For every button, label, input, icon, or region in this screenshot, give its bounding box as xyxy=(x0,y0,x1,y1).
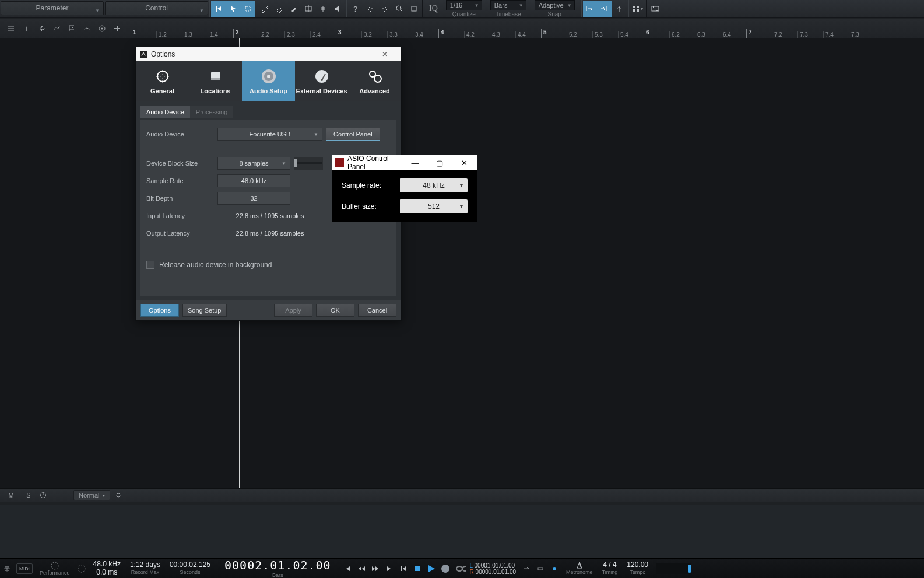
transport-spacer xyxy=(0,505,924,558)
mute-all-button[interactable]: M xyxy=(5,492,17,499)
song-setup-button[interactable]: Song Setup xyxy=(182,304,227,317)
options-tab-external-devices[interactable]: External Devices xyxy=(295,61,348,101)
paint-tool[interactable] xyxy=(286,1,301,17)
control-panel-button[interactable]: Control Panel xyxy=(326,128,380,141)
seconds-readout[interactable]: 00:00:02.125 Seconds xyxy=(165,561,215,575)
automation-parameter-dropdown[interactable]: Parameter ▼ xyxy=(1,1,104,15)
sample-rate-label: Sample Rate xyxy=(146,177,217,184)
solo-all-button[interactable]: S xyxy=(22,492,35,499)
svg-rect-12 xyxy=(637,9,639,12)
ok-button[interactable]: OK xyxy=(316,304,354,317)
asio-body: Sample rate: 48 kHz ▼ Buffer size: 512 ▼ xyxy=(332,170,477,222)
sample-rate-readout: 48.0 kHz 0.0 ms xyxy=(89,561,125,577)
apply-button[interactable]: Apply xyxy=(274,304,312,317)
output-meter[interactable] xyxy=(656,563,691,574)
audio-device-select[interactable]: Focusrite USB ▼ xyxy=(217,128,322,141)
asio-sample-rate-label: Sample rate: xyxy=(342,181,400,190)
asio-title: ASIO Control Panel xyxy=(347,155,401,171)
svg-line-6 xyxy=(400,10,403,12)
performance-meter[interactable]: Performance xyxy=(35,561,75,576)
play-button[interactable] xyxy=(425,562,438,575)
options-footer: Options Song Setup Apply OK Cancel xyxy=(136,300,401,320)
dropdown-label: Parameter xyxy=(36,4,68,12)
automation-mode-select[interactable]: Normal ▾ xyxy=(73,490,110,500)
info-icon[interactable]: i xyxy=(20,22,33,35)
forward-button[interactable] xyxy=(369,562,382,575)
midi-indicator[interactable]: MIDI xyxy=(16,563,33,574)
release-bg-checkbox[interactable] xyxy=(146,261,154,269)
tempo-readout[interactable]: 120.00 Tempo xyxy=(622,561,653,575)
record-button[interactable] xyxy=(439,562,452,575)
expand-transport-icon[interactable] xyxy=(1,562,13,575)
snap-select[interactable]: Adaptive▼ xyxy=(535,0,575,10)
timebase-select[interactable]: Bars▼ xyxy=(490,0,526,10)
range-tool[interactable] xyxy=(240,1,255,17)
eraser-tool[interactable] xyxy=(272,1,286,17)
loop-markers-readout[interactable]: 00001.01.01.00 00001.01.01.00 xyxy=(466,562,520,575)
listen-tool[interactable] xyxy=(330,1,345,17)
bars-readout[interactable]: 00002.01.02.00 Bars xyxy=(215,559,340,578)
release-bg-label: Release audio device in background xyxy=(159,261,272,269)
options-tab-audio-setup[interactable]: Audio Setup xyxy=(242,61,295,101)
target-icon[interactable] xyxy=(96,22,108,35)
options-tab-locations[interactable]: Locations xyxy=(189,61,242,101)
loop-button[interactable] xyxy=(453,562,466,575)
cancel-button[interactable]: Cancel xyxy=(358,304,396,317)
next-marker-button[interactable] xyxy=(383,562,396,575)
power-icon[interactable] xyxy=(40,492,52,499)
snap-on-icon[interactable] xyxy=(583,1,598,17)
autopunch-icon[interactable] xyxy=(534,562,547,575)
return-to-start-button[interactable] xyxy=(397,562,410,575)
snap-end-icon[interactable] xyxy=(598,1,612,17)
arrow-tool[interactable] xyxy=(226,1,240,17)
options-tab-advanced[interactable]: Advanced xyxy=(348,61,401,101)
mute-tool[interactable] xyxy=(315,1,330,17)
close-icon[interactable]: ✕ xyxy=(454,159,475,167)
options-tab-general[interactable]: General xyxy=(136,61,189,101)
subtab-audio-device[interactable]: Audio Device xyxy=(140,106,190,118)
prev-marker-button[interactable] xyxy=(341,562,354,575)
release-bg-row[interactable]: Release audio device in background xyxy=(146,258,391,271)
maximize-icon[interactable]: ▢ xyxy=(429,159,450,167)
asio-buffer-size-select[interactable]: 512 ▼ xyxy=(400,199,468,213)
pencil-tool[interactable] xyxy=(257,1,272,17)
block-size-select[interactable]: 8 samples ▼ xyxy=(217,157,290,170)
flag-icon[interactable] xyxy=(65,22,78,35)
options-button[interactable]: Options xyxy=(140,304,179,317)
envelope-line-icon[interactable] xyxy=(50,22,63,35)
snap-events-icon[interactable] xyxy=(612,1,627,17)
close-icon[interactable]: ✕ xyxy=(372,50,398,58)
skip-fwd-icon[interactable] xyxy=(377,1,392,17)
magnify-icon[interactable] xyxy=(392,1,406,17)
help-cursor-icon[interactable]: ? xyxy=(348,1,363,17)
wrench-icon[interactable] xyxy=(35,22,48,35)
quantize-select[interactable]: 1/16▼ xyxy=(446,0,482,10)
rewind-button[interactable] xyxy=(355,562,368,575)
options-titlebar[interactable]: Options ✕ xyxy=(136,47,401,61)
block-size-slider[interactable] xyxy=(294,157,323,170)
list-icon[interactable] xyxy=(5,22,17,35)
click-dot-icon[interactable] xyxy=(548,562,561,575)
plus-icon[interactable] xyxy=(111,22,124,35)
marker-start-tool[interactable] xyxy=(211,1,226,17)
skip-back-icon[interactable] xyxy=(363,1,377,17)
chevron-down-icon: ▼ xyxy=(95,8,100,13)
preroll-icon[interactable] xyxy=(520,562,533,575)
asio-titlebar[interactable]: ASIO Control Panel — ▢ ✕ xyxy=(332,155,477,170)
macro-icon[interactable] xyxy=(406,1,421,17)
stop-button[interactable] xyxy=(411,562,424,575)
grid-view-icon[interactable]: ▾ xyxy=(630,1,645,17)
svg-rect-15 xyxy=(656,10,658,11)
subtab-processing[interactable]: Processing xyxy=(190,106,233,118)
svg-rect-7 xyxy=(412,6,416,11)
minimize-icon[interactable]: — xyxy=(405,159,426,167)
bend-tool-icon[interactable] xyxy=(80,22,93,35)
svg-point-25 xyxy=(267,75,270,78)
asio-sample-rate-select[interactable]: 48 kHz ▼ xyxy=(400,178,468,192)
timing-readout[interactable]: 4 / 4 Timing xyxy=(598,561,623,575)
metronome-block[interactable]: Metronome xyxy=(561,561,598,575)
split-tool[interactable] xyxy=(301,1,315,17)
link-icon[interactable] xyxy=(115,492,128,499)
automation-control-dropdown[interactable]: Control ▼ xyxy=(105,1,208,15)
video-icon[interactable] xyxy=(648,1,663,17)
